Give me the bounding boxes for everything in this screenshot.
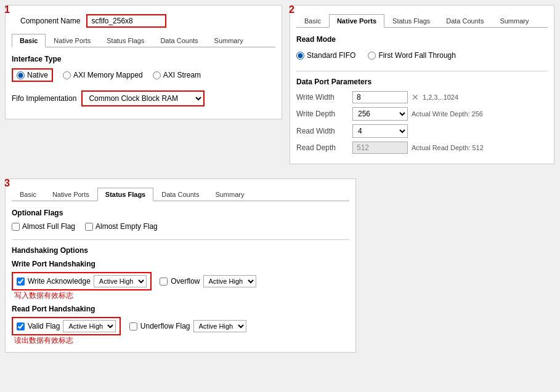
write-width-clear-btn[interactable]: ✕ — [412, 92, 419, 102]
annotation-read: 读出数据有效标志 — [12, 335, 349, 346]
component-name-row: Component Name — [20, 14, 275, 28]
fifo-impl-label: Fifo Implementation — [12, 94, 76, 103]
read-depth-label: Read Depth — [296, 143, 349, 152]
panel-2: 2 Basic Native Ports Status Flags Data C… — [290, 5, 554, 164]
read-port-handshaking: Read Port Handshaking Valid Flag Active … — [12, 305, 349, 346]
write-port-handshaking: Write Port Handshaking Write Acknowledge… — [12, 260, 349, 301]
panel2-tabs: Basic Native Ports Status Flags Data Cou… — [296, 14, 548, 28]
tab-status-flags-1[interactable]: Status Flags — [99, 34, 152, 47]
step-3-label: 3 — [4, 178, 10, 189]
radio-fwft-input[interactable] — [368, 52, 376, 60]
almost-full-label: Almost Full Flag — [22, 222, 75, 231]
read-width-select[interactable]: 4 — [352, 124, 408, 138]
write-width-hint: 1,2,3,..1024 — [423, 94, 458, 101]
write-depth-hint: Actual Write Depth: 256 — [412, 110, 483, 118]
fifo-impl-row: Fifo Implementation Common Clock Block R… — [12, 90, 275, 106]
interface-type-section: Interface Type Native AXI Memory Mapped … — [12, 55, 275, 82]
read-depth-hint: Actual Read Depth: 512 — [412, 144, 484, 151]
read-mode-section: Read Mode Standard FIFO First Word Fall … — [296, 35, 548, 62]
radio-axi-stream[interactable]: AXI Stream — [153, 71, 201, 79]
tab-data-counts-1[interactable]: Data Counts — [152, 34, 206, 47]
overflow-label: Overflow — [171, 277, 200, 286]
tab-status-flags-3[interactable]: Status Flags — [97, 188, 153, 201]
write-depth-row: Write Depth 256 Actual Write Depth: 256 — [296, 107, 548, 121]
tab-data-counts-2[interactable]: Data Counts — [438, 14, 492, 27]
tab-native-ports-3[interactable]: Native Ports — [44, 188, 97, 201]
write-port-label: Write Port Handshaking — [12, 260, 349, 268]
radio-axi-stream-label: AXI Stream — [163, 71, 201, 79]
underflow-checkbox[interactable] — [129, 322, 137, 330]
divider-2 — [12, 239, 349, 240]
optional-flags-row: Almost Full Flag Almost Empty Flag — [12, 222, 349, 231]
radio-axi-mm-label: AXI Memory Mapped — [73, 71, 143, 79]
tab-native-ports-1[interactable]: Native Ports — [46, 34, 99, 47]
tab-summary-3[interactable]: Summary — [207, 188, 252, 201]
annotation-read-text: 读出数据有效标志 — [14, 336, 73, 345]
panel3-tabs: Basic Native Ports Status Flags Data Cou… — [12, 188, 349, 201]
interface-type-label: Interface Type — [12, 55, 275, 63]
divider-1 — [296, 71, 548, 71]
overflow-polarity-select[interactable]: Active High Active Low — [203, 275, 256, 287]
radio-native-input[interactable] — [17, 71, 25, 79]
radio-axi-mm[interactable]: AXI Memory Mapped — [63, 71, 143, 79]
almost-full-checkbox[interactable] — [12, 223, 20, 231]
tab-data-counts-3[interactable]: Data Counts — [153, 188, 207, 201]
write-acknowledge-box: Write Acknowledge Active High Active Low — [12, 272, 152, 290]
radio-standard-fifo-input[interactable] — [296, 52, 304, 60]
write-width-row: Write Width ✕ 1,2,3,..1024 — [296, 91, 548, 103]
valid-flag-checkbox[interactable] — [17, 322, 25, 330]
radio-fwft-label: First Word Fall Through — [378, 51, 456, 60]
almost-empty-label: Almost Empty Flag — [95, 222, 158, 231]
radio-axi-stream-input[interactable] — [153, 71, 161, 79]
tab-status-flags-2[interactable]: Status Flags — [384, 14, 438, 27]
data-port-label: Data Port Parameters — [296, 78, 548, 86]
read-width-row: Read Width 4 — [296, 124, 548, 138]
tab-summary-2[interactable]: Summary — [492, 14, 537, 27]
tab-basic-3[interactable]: Basic — [12, 188, 44, 201]
read-depth-input — [352, 142, 408, 154]
write-acknowledge-checkbox[interactable] — [17, 278, 25, 286]
write-width-input[interactable] — [352, 91, 408, 103]
annotation-write-text: 写入数据有效标志 — [14, 291, 73, 300]
write-ack-polarity-select[interactable]: Active High Active Low — [94, 275, 147, 287]
tab-basic-2[interactable]: Basic — [296, 14, 329, 27]
handshaking-section: Handshaking Options Write Port Handshaki… — [12, 246, 349, 346]
tab-basic-1[interactable]: Basic — [12, 34, 46, 47]
write-acknowledge-label: Write Acknowledge — [28, 277, 91, 286]
fifo-impl-select[interactable]: Common Clock Block RAM — [81, 90, 205, 106]
overflow-checkbox[interactable] — [160, 278, 168, 286]
component-name-input[interactable] — [86, 14, 166, 28]
almost-empty-flag-item[interactable]: Almost Empty Flag — [85, 222, 158, 231]
radio-native[interactable]: Native — [12, 68, 53, 82]
component-name-label: Component Name — [20, 17, 80, 25]
write-width-label: Write Width — [296, 93, 349, 102]
radio-fwft[interactable]: First Word Fall Through — [368, 51, 456, 60]
read-width-label: Read Width — [296, 127, 349, 135]
underflow-polarity-select[interactable]: Active High Active Low — [193, 320, 246, 332]
write-handshake-row-outer: Write Acknowledge Active High Active Low… — [12, 272, 349, 290]
valid-flag-polarity-select[interactable]: Active High Active Low — [63, 320, 116, 332]
underflow-group: Underflow Flag Active High Active Low — [129, 320, 246, 332]
read-mode-options: Standard FIFO First Word Fall Through — [296, 49, 548, 62]
radio-axi-mm-input[interactable] — [63, 71, 71, 79]
optional-flags-label: Optional Flags — [12, 209, 349, 217]
valid-flag-label: Valid Flag — [28, 322, 60, 330]
step-1-label: 1 — [4, 4, 10, 15]
optional-flags-section: Optional Flags Almost Full Flag Almost E… — [12, 209, 349, 231]
almost-full-flag-item[interactable]: Almost Full Flag — [12, 222, 75, 231]
write-depth-label: Write Depth — [296, 110, 349, 118]
almost-empty-checkbox[interactable] — [85, 223, 93, 231]
interface-type-radio-group: Native AXI Memory Mapped AXI Stream — [12, 68, 275, 82]
data-port-section: Data Port Parameters Write Width ✕ 1,2,3… — [296, 78, 548, 154]
read-handshake-row-outer: Valid Flag Active High Active Low Underf… — [12, 317, 349, 335]
annotation-write: 写入数据有效标志 — [12, 290, 349, 301]
read-mode-label: Read Mode — [296, 35, 548, 44]
radio-native-label: Native — [27, 71, 48, 79]
radio-standard-fifo[interactable]: Standard FIFO — [296, 51, 355, 60]
read-depth-row: Read Depth Actual Read Depth: 512 — [296, 142, 548, 154]
overflow-group: Overflow Active High Active Low — [160, 275, 256, 287]
tab-native-ports-2[interactable]: Native Ports — [329, 14, 384, 28]
panel-3: 3 Basic Native Ports Status Flags Data C… — [5, 178, 356, 353]
tab-summary-1[interactable]: Summary — [206, 34, 251, 47]
write-depth-select[interactable]: 256 — [352, 107, 408, 121]
